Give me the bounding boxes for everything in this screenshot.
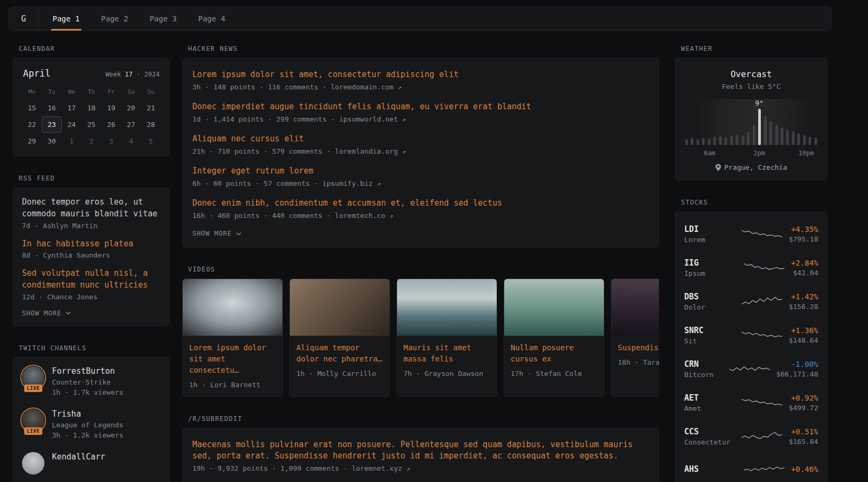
section-title-calendar: CALENDAR xyxy=(19,45,170,52)
video-title[interactable]: Nullam posuere cursus ex xyxy=(511,342,597,365)
hn-item-title[interactable]: Donec imperdiet augue tincidunt felis al… xyxy=(192,101,649,112)
middle-column: HACKER NEWS Lorem ipsum dolor sit amet, … xyxy=(182,45,659,482)
calendar-day[interactable]: 25 xyxy=(81,116,101,133)
twitch-channel[interactable]: KendallCarr xyxy=(22,452,161,475)
calendar-day[interactable]: 30 xyxy=(42,133,62,149)
twitch-channel[interactable]: LIVE Trisha League of Legends 3h · 1.2k … xyxy=(22,409,161,439)
calendar-day[interactable]: 1 xyxy=(62,133,81,149)
channel-info: KendallCarr xyxy=(52,452,105,475)
nav-tab[interactable]: Page 4 xyxy=(198,7,226,31)
video-thumbnail[interactable] xyxy=(504,279,604,336)
calendar-day[interactable]: 18 xyxy=(81,100,101,116)
nav-tab[interactable]: Page 3 xyxy=(149,7,177,31)
calendar-day[interactable]: 21 xyxy=(141,100,161,116)
stock-row[interactable]: SNRC Sit +1.36% $148.64 xyxy=(684,318,818,352)
subreddit-item-title[interactable]: Maecenas mollis pulvinar erat non posuer… xyxy=(192,439,649,462)
video-title[interactable]: Suspendisse diam xyxy=(618,342,659,353)
channel-viewers: 1h · 1.7k viewers xyxy=(52,388,123,396)
stock-change: +0.92% xyxy=(789,394,818,402)
video-body: Lorem ipsum dolor sit amet consectetu… 1… xyxy=(183,336,282,396)
hn-item-title[interactable]: Donec enim nibh, condimentum et accumsan… xyxy=(192,198,649,209)
stock-row[interactable]: AHS +0.46% xyxy=(684,453,818,482)
stock-symbol: AET xyxy=(684,393,735,403)
calendar-day[interactable]: 22 xyxy=(22,116,42,133)
hn-item: Donec enim nibh, condimentum et accumsan… xyxy=(192,198,649,220)
calendar-day[interactable]: 23 xyxy=(42,116,62,133)
rss-item-title[interactable]: Donec tempor eros leo, ut commodo mauris… xyxy=(22,197,161,220)
calendar-day[interactable]: 5 xyxy=(141,133,161,149)
rss-show-more[interactable]: SHOW MORE xyxy=(22,310,161,317)
nav-tab[interactable]: Page 1 xyxy=(53,7,80,31)
calendar-day[interactable]: 19 xyxy=(101,100,121,116)
stock-row[interactable]: AET Amet +0.92% $499.72 xyxy=(684,386,818,419)
stock-row[interactable]: CCS Consectetur +0.51% $165.84 xyxy=(684,419,818,453)
nav-tab[interactable]: Page 2 xyxy=(101,7,129,31)
video-card[interactable]: Lorem ipsum dolor sit amet consectetu… 1… xyxy=(182,278,283,397)
calendar-day[interactable]: 17 xyxy=(62,100,81,116)
hackernews-list: Lorem ipsum dolor sit amet, consectetur … xyxy=(192,69,649,220)
video-thumbnail[interactable] xyxy=(183,279,282,336)
external-link-icon: ↗ xyxy=(402,148,406,155)
video-card[interactable]: Nullam posuere cursus ex 17h · Stefan Co… xyxy=(504,278,604,397)
calendar-day-headers: MoTuWeThFrSaSu xyxy=(22,83,161,100)
calendar-day[interactable]: 24 xyxy=(62,116,81,133)
video-card[interactable]: Aliquam tempor dolor nec pharetra… 1h · … xyxy=(289,278,390,397)
video-card[interactable]: Mauris sit amet massa felis 7h · Grayson… xyxy=(396,278,497,397)
rss-item-title[interactable]: In hac habitasse platea xyxy=(22,238,161,250)
twitch-card: LIVE ForrestBurton Counter-Strike 1h · 1… xyxy=(13,357,170,482)
calendar-day[interactable]: 26 xyxy=(101,116,121,133)
hn-item-meta[interactable]: 16h · 468 points · 440 comments · loremt… xyxy=(192,212,649,220)
stock-row[interactable]: IIG Ipsum +2.84% $42.04 xyxy=(684,251,818,284)
hn-item-title[interactable]: Aliquam nec cursus elit xyxy=(192,133,649,145)
hn-item-meta-text: 21h · 710 points · 579 comments · loreml… xyxy=(192,147,398,155)
twitch-list: LIVE ForrestBurton Counter-Strike 1h · 1… xyxy=(22,366,161,475)
calendar-week-number: 17 xyxy=(125,71,132,78)
weather-bar xyxy=(809,137,811,145)
hn-item-meta[interactable]: 21h · 710 points · 579 comments · loreml… xyxy=(192,147,649,155)
calendar-day[interactable]: 2 xyxy=(81,133,101,149)
video-thumbnail[interactable] xyxy=(290,279,390,336)
channel-name[interactable]: Trisha xyxy=(52,409,123,419)
hn-item-meta[interactable]: 6h · 60 points · 57 comments · ipsumify.… xyxy=(192,179,649,187)
calendar-month: April xyxy=(23,68,50,79)
hn-item-meta[interactable]: 3h · 148 points · 116 comments · loremdo… xyxy=(192,83,649,91)
calendar-day[interactable]: 16 xyxy=(42,100,62,116)
channel-name[interactable]: KendallCarr xyxy=(52,452,105,462)
left-column: CALENDAR April Week 17 · 2024 MoTuWeThFr… xyxy=(13,45,170,482)
video-title[interactable]: Mauris sit amet massa felis xyxy=(403,342,490,365)
calendar-day[interactable]: 28 xyxy=(141,116,161,133)
hn-item-title[interactable]: Lorem ipsum dolor sit amet, consectetur … xyxy=(192,69,649,80)
stock-row[interactable]: LDI Lorem +4.35% $795.18 xyxy=(684,217,818,251)
stock-row[interactable]: DBS Dolor +1.42% $156.28 xyxy=(684,284,818,318)
channel-name[interactable]: ForrestBurton xyxy=(52,366,123,376)
video-card[interactable]: Suspendisse diam 18h · Tara xyxy=(611,278,659,397)
video-title[interactable]: Lorem ipsum dolor sit amet consectetu… xyxy=(189,342,276,376)
stock-right: +0.46% xyxy=(791,465,818,475)
calendar-day-header: Fr xyxy=(101,83,121,100)
section-title-twitch: TWITCH CHANNELS xyxy=(19,344,170,352)
channel-info: Trisha League of Legends 3h · 1.2k viewe… xyxy=(52,409,123,439)
video-thumbnail[interactable] xyxy=(397,279,497,336)
hn-show-more-label: SHOW MORE xyxy=(192,230,232,237)
hn-show-more[interactable]: SHOW MORE xyxy=(192,230,649,237)
calendar-day[interactable]: 27 xyxy=(121,116,141,133)
calendar-day[interactable]: 29 xyxy=(22,133,42,149)
twitch-channel[interactable]: LIVE ForrestBurton Counter-Strike 1h · 1… xyxy=(22,366,161,396)
calendar-day[interactable]: 15 xyxy=(22,100,42,116)
hn-item-title[interactable]: Integer eget rutrum lorem xyxy=(192,165,649,177)
video-body: Nullam posuere cursus ex 17h · Stefan Co… xyxy=(504,336,604,385)
rss-item-title[interactable]: Sed volutpat nulla nisl, a condimentum n… xyxy=(22,268,161,291)
weather-chart: 9° 6am2pm10pm xyxy=(684,99,818,156)
calendar-day[interactable]: 3 xyxy=(101,133,121,149)
video-thumbnail[interactable] xyxy=(611,279,659,336)
calendar-day[interactable]: 20 xyxy=(121,100,141,116)
video-meta: 7h · Grayson Dawson xyxy=(403,370,490,378)
hn-item-meta[interactable]: 1d · 1,414 points · 299 comments · ipsum… xyxy=(192,115,649,123)
calendar-header: April Week 17 · 2024 xyxy=(22,67,161,83)
video-title[interactable]: Aliquam tempor dolor nec pharetra… xyxy=(296,342,383,365)
hn-item-meta-text: 1d · 1,414 points · 299 comments · ipsum… xyxy=(192,115,398,123)
stock-row[interactable]: CRN Bitcorn -1.00% $66,171.48 xyxy=(684,352,818,386)
rss-list: Donec tempor eros leo, ut commodo mauris… xyxy=(22,197,161,301)
calendar-day[interactable]: 4 xyxy=(121,133,141,149)
subreddit-item-meta[interactable]: 19h · 9,932 points · 1,090 comments · lo… xyxy=(192,464,649,472)
